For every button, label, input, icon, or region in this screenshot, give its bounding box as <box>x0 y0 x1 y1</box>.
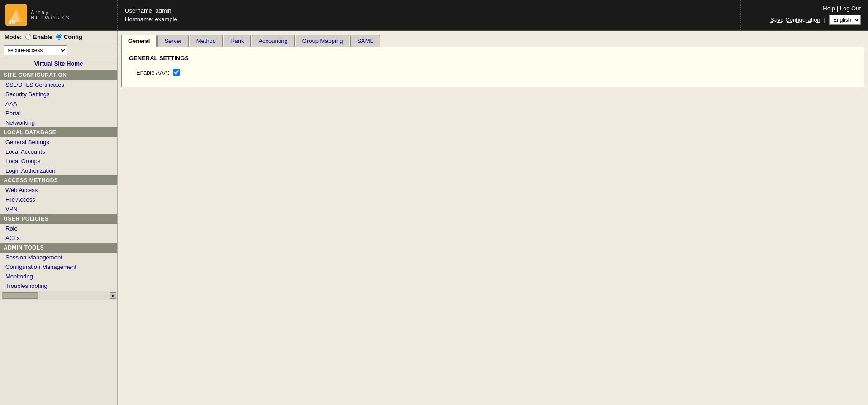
tab-general[interactable]: General <box>121 35 157 47</box>
username-label: Username: admin <box>125 7 733 14</box>
header: AN Array NETWORKS Username: admin Hostna… <box>0 0 868 31</box>
brand-sub: NETWORKS <box>31 15 71 20</box>
sidebar-link-0-2[interactable]: AAA <box>0 99 117 108</box>
logo-area: AN Array NETWORKS <box>0 0 118 30</box>
virtual-site-home-link[interactable]: Virtual Site Home <box>34 60 83 67</box>
virtual-site-home-link-container: Virtual Site Home <box>0 57 117 70</box>
config-radio[interactable] <box>56 34 62 40</box>
enable-aaa-row: Enable AAA: <box>129 69 857 76</box>
enable-label: Enable <box>33 33 52 40</box>
save-config-row: Save Configuration | English <box>770 15 861 25</box>
sidebar-link-4-3[interactable]: Troubleshooting <box>0 281 117 291</box>
mode-row: Mode: Enable Config <box>0 31 117 43</box>
sidebar-section-header-1: LOCAL DATABASE <box>0 127 117 137</box>
header-links: Help | Log Out <box>823 5 861 12</box>
hostname-label: Hostname: example <box>125 16 733 23</box>
tab-rank[interactable]: Rank <box>224 35 251 47</box>
sidebar-scroll-area[interactable]: ► <box>0 291 117 300</box>
sidebar-link-0-0[interactable]: SSL/DTLS Certificates <box>0 80 117 89</box>
svg-text:AN: AN <box>8 19 15 25</box>
sidebar-link-0-4[interactable]: Networking <box>0 118 117 127</box>
sidebar-link-4-0[interactable]: Session Management <box>0 253 117 262</box>
config-label: Config <box>64 33 82 40</box>
logo-text: Array NETWORKS <box>31 9 71 20</box>
sidebar-section-header-3: USER POLICIES <box>0 214 117 224</box>
sidebar-link-1-2[interactable]: Local Groups <box>0 156 117 166</box>
logo-icon: AN <box>5 4 27 26</box>
sidebar-scroll-right-arrow[interactable]: ► <box>110 292 116 299</box>
content-panel: GENERAL SETTINGS Enable AAA: <box>121 47 864 87</box>
mode-dropdown-row: secure-access <box>0 43 117 57</box>
language-select[interactable]: English <box>829 15 861 25</box>
enable-aaa-checkbox[interactable] <box>173 69 180 76</box>
tab-accounting[interactable]: Accounting <box>252 35 294 47</box>
config-option[interactable]: Config <box>56 33 82 40</box>
sidebar-section-header-4: ADMIN TOOLS <box>0 243 117 253</box>
sidebar-sections: SITE CONFIGURATIONSSL/DTLS CertificatesS… <box>0 70 117 291</box>
main-content: GeneralServerMethodRankAccountingGroup M… <box>118 31 868 405</box>
sidebar-link-1-3[interactable]: Login Authorization <box>0 166 117 175</box>
tabs-bar: GeneralServerMethodRankAccountingGroup M… <box>118 31 868 47</box>
help-link[interactable]: Help <box>823 5 835 12</box>
enable-option[interactable]: Enable <box>25 33 52 40</box>
sidebar-section-header-0: SITE CONFIGURATION <box>0 70 117 80</box>
tab-server[interactable]: Server <box>157 35 188 47</box>
sidebar-section-header-2: ACCESS METHODS <box>0 175 117 185</box>
tab-saml[interactable]: SAML <box>350 35 380 47</box>
sidebar-link-1-1[interactable]: Local Accounts <box>0 147 117 156</box>
tab-group-mapping[interactable]: Group Mapping <box>296 35 350 47</box>
save-config-label[interactable]: Save Configuration <box>770 16 820 23</box>
sidebar-link-4-1[interactable]: Configuration Management <box>0 262 117 272</box>
brand-name: Array <box>31 9 71 15</box>
enable-aaa-label: Enable AAA: <box>136 69 169 76</box>
sidebar-link-1-0[interactable]: General Settings <box>0 137 117 147</box>
section-title: GENERAL SETTINGS <box>129 55 857 61</box>
tab-method[interactable]: Method <box>190 35 223 47</box>
header-info: Username: admin Hostname: example <box>118 0 741 30</box>
sidebar-link-2-1[interactable]: File Access <box>0 195 117 204</box>
sidebar-link-0-3[interactable]: Portal <box>0 108 117 118</box>
sidebar-link-3-1[interactable]: ACLs <box>0 233 117 243</box>
layout: Mode: Enable Config secure-access Virtua… <box>0 31 868 405</box>
sidebar-link-0-1[interactable]: Security Settings <box>0 89 117 99</box>
mode-dropdown[interactable]: secure-access <box>4 45 67 55</box>
sidebar-link-3-0[interactable]: Role <box>0 224 117 233</box>
sidebar-link-2-0[interactable]: Web Access <box>0 185 117 195</box>
sidebar-link-4-2[interactable]: Monitoring <box>0 272 117 281</box>
header-right: Help | Log Out Save Configuration | Engl… <box>741 0 868 30</box>
enable-radio[interactable] <box>25 34 31 40</box>
sidebar-scrollbar-thumb[interactable] <box>2 292 38 299</box>
sidebar-link-2-2[interactable]: VPN <box>0 204 117 214</box>
sidebar: Mode: Enable Config secure-access Virtua… <box>0 31 118 405</box>
logout-link[interactable]: Log Out <box>840 5 861 12</box>
mode-label: Mode: <box>5 33 22 40</box>
